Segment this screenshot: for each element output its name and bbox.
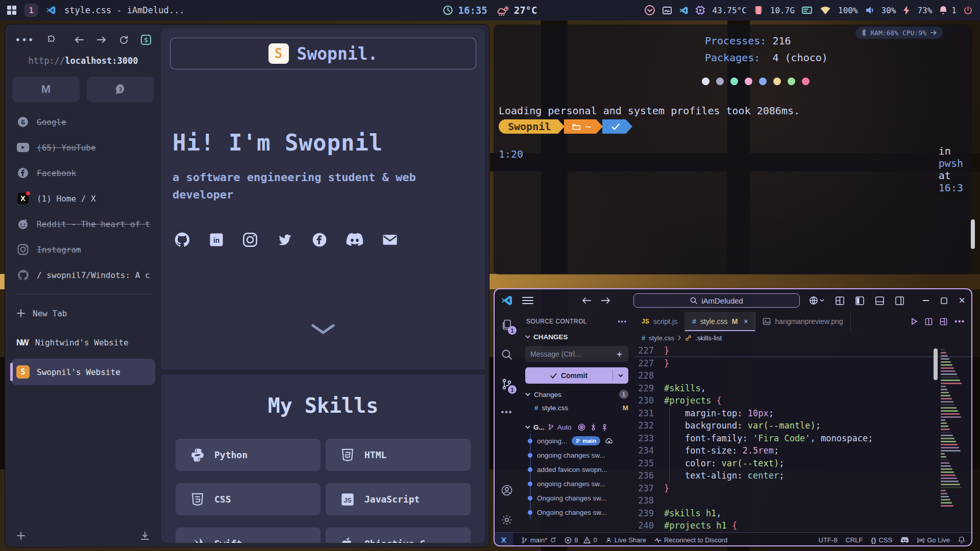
sidebar-site-nw[interactable]: NWNightwind's Website (11, 329, 155, 356)
github-social-icon[interactable] (174, 231, 191, 248)
sparkle-icon[interactable] (616, 350, 623, 358)
settings-gear-icon[interactable] (501, 514, 513, 526)
tab-close-icon[interactable]: × (744, 317, 748, 325)
pinned-tab-chat[interactable]: 3 (87, 77, 154, 102)
source-control-icon[interactable]: 1 (501, 378, 513, 390)
changes-tree-item[interactable]: Changes 1 (525, 388, 628, 401)
skill-card-swift[interactable]: Swift (176, 528, 321, 543)
search-icon[interactable] (501, 348, 513, 361)
linkedin-social-icon[interactable]: in (209, 232, 224, 247)
encoding-indicator[interactable]: UTF-8 (819, 536, 838, 544)
layout-grid-icon[interactable] (836, 296, 844, 305)
editor-tab[interactable]: #style.cssM× (685, 312, 755, 331)
skill-card-python[interactable]: Python (176, 439, 321, 471)
commit-row[interactable]: ongoing...main (525, 434, 628, 448)
changed-file-row[interactable]: # style.css M (525, 401, 628, 414)
css-file-icon: # (534, 404, 538, 412)
menu-hamburger-icon[interactable] (522, 296, 533, 305)
commit-row[interactable]: Ongoing changes sw... (525, 505, 628, 519)
commit-button[interactable]: Commit (525, 367, 628, 384)
pinned-tab-gmail[interactable]: M (12, 77, 80, 102)
eol-indicator[interactable]: CRLF (845, 536, 863, 544)
statusbar-bell-icon[interactable] (958, 536, 965, 544)
skill-card-objc[interactable]: Objective-C (326, 528, 471, 543)
account-icon[interactable] (501, 484, 513, 496)
sidebar-tab[interactable]: GGoogle (11, 109, 155, 135)
sidebar-tab[interactable]: / swopnil7/Windots: A colle (11, 262, 155, 288)
live-share-button[interactable]: Live Share (605, 536, 646, 544)
go-live-button[interactable]: Go Live (917, 536, 950, 544)
screenshot-icon[interactable] (662, 5, 672, 15)
sidebar-tab[interactable]: (65) YouTube (11, 135, 155, 160)
commit-row[interactable]: ongoing changes sw... (525, 477, 628, 491)
minimize-icon[interactable] (922, 299, 929, 302)
sidebar-tab[interactable]: Instagram (11, 237, 155, 262)
commit-message-input[interactable]: Message (Ctrl... (525, 346, 628, 362)
close-icon[interactable]: × (959, 294, 965, 307)
extensions-puzzle-icon[interactable] (46, 35, 56, 45)
sidebar-site-s[interactable]: SSwopnil's Website (11, 359, 155, 385)
breadcrumbs[interactable]: # style.css .skills-list (634, 331, 971, 344)
layout-icon (940, 318, 947, 325)
sidebar-add-icon[interactable] (16, 531, 26, 540)
discord-status-icon[interactable] (900, 537, 909, 543)
graph-section-header[interactable]: G... Auto (525, 420, 628, 434)
editor-tab[interactable]: JSscript.js (634, 312, 685, 331)
youtube-icon (16, 141, 30, 154)
toggle-panel-icon[interactable] (875, 296, 884, 305)
twitter-social-icon[interactable] (276, 232, 293, 247)
toggle-sidebar-icon[interactable] (855, 296, 864, 305)
sidebar-tab[interactable]: Reddit - The heart of the (11, 211, 155, 237)
minimap[interactable] (939, 344, 966, 532)
workspace-indicator[interactable]: 1 (24, 4, 38, 17)
browser-preview-icon[interactable] (809, 296, 824, 305)
code-text: } (664, 483, 669, 493)
commit-row[interactable]: added favicon swopn... (525, 462, 628, 477)
branch-status[interactable]: main* (521, 536, 556, 544)
maximize-icon[interactable] (941, 297, 947, 304)
back-icon[interactable] (74, 36, 84, 44)
command-search-bar[interactable]: iAmDeluded (633, 293, 800, 308)
problems-status[interactable]: 8 0 (565, 536, 597, 544)
more-views-icon[interactable]: ••• (501, 408, 513, 417)
sidebar-tab[interactable]: X(1) Home / X (11, 186, 155, 211)
sidebar-tab[interactable]: Facebook (11, 160, 155, 186)
skill-card-html[interactable]: HTML (326, 439, 471, 471)
reload-icon[interactable] (119, 35, 129, 45)
tray-expand-icon[interactable] (644, 5, 655, 16)
commit-row[interactable]: ongoing changes sw... (525, 448, 628, 462)
discord-social-icon[interactable] (346, 233, 364, 247)
new-tab-button[interactable]: New Tab (11, 300, 155, 326)
explorer-icon[interactable]: 1 (501, 319, 513, 331)
panel-more-icon[interactable]: ••• (618, 318, 627, 325)
downloads-icon[interactable] (140, 531, 150, 541)
skill-card-javascript[interactable]: JSJavaScript (326, 483, 471, 515)
code-editor[interactable]: 227}227}228229#skills,230#projects {231 … (634, 344, 971, 532)
discord-reconnect-button[interactable]: Reconnect to Discord (654, 536, 727, 544)
app-launcher-icon[interactable] (7, 6, 16, 15)
forward-icon[interactable] (96, 36, 107, 44)
nav-back-icon[interactable] (581, 296, 592, 305)
changes-section-header[interactable]: CHANGES (525, 331, 628, 346)
editor-scrollbar-thumb[interactable] (934, 348, 938, 380)
vscode-tray-icon[interactable] (679, 6, 689, 15)
commit-row[interactable]: Ongoing changes sw... (525, 491, 628, 505)
browser-menu-icon[interactable]: ••• (15, 35, 35, 45)
file-status-modified: M (623, 404, 628, 412)
commit-dropdown-icon[interactable] (613, 374, 628, 378)
url-bar[interactable]: http://localhost:3000 (11, 52, 155, 69)
editor-tab[interactable]: hangmanpreview.png (755, 312, 850, 331)
skill-card-css[interactable]: CSS (176, 483, 321, 515)
toggle-secondary-sidebar-icon[interactable] (895, 296, 904, 305)
facebook-social-icon[interactable] (311, 232, 328, 248)
scroll-down-chevron-icon[interactable] (310, 323, 336, 336)
remote-indicator-icon[interactable] (495, 533, 513, 546)
email-social-icon[interactable] (382, 233, 398, 246)
instagram-social-icon[interactable] (242, 232, 258, 248)
notification-bell-icon[interactable] (939, 5, 948, 15)
language-indicator[interactable]: {}CSS (871, 536, 892, 544)
nav-forward-icon[interactable] (601, 296, 611, 305)
editor-tabs: JSscript.js#style.cssM×hangmanpreview.pn… (634, 312, 971, 331)
power-icon[interactable] (963, 6, 973, 15)
desktop-scrollbar[interactable] (971, 219, 975, 249)
